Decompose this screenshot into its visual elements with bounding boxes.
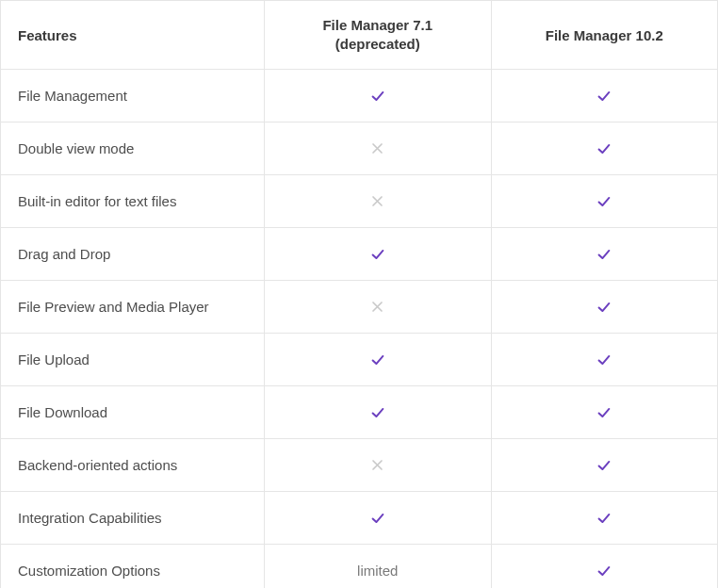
header-col-b: File Manager 10.2: [492, 1, 718, 69]
feature-cell: File Preview and Media Player: [1, 281, 265, 333]
table-row: Built-in editor for text files: [1, 175, 717, 228]
cell-col-b: [492, 175, 718, 227]
table-row: File Management: [1, 70, 717, 122]
table-row: Backend-oriented actions: [1, 439, 717, 492]
check-icon: [369, 88, 386, 105]
check-icon: [369, 351, 386, 368]
cell-col-a: limited: [265, 545, 492, 588]
cell-col-a: [265, 70, 492, 122]
table-row: Double view mode: [1, 122, 717, 175]
feature-label: File Upload: [18, 351, 90, 368]
check-icon: [596, 299, 612, 316]
cell-col-b: [492, 334, 718, 385]
header-features-label: Features: [18, 27, 77, 43]
feature-cell: File Download: [1, 386, 265, 438]
header-col-a: File Manager 7.1 (deprecated): [265, 1, 492, 69]
check-icon: [596, 140, 612, 157]
feature-cell: File Upload: [1, 334, 265, 385]
check-icon: [369, 510, 386, 527]
feature-label: Customization Options: [18, 563, 160, 579]
feature-label: Double view mode: [18, 140, 134, 156]
cell-col-b: [492, 439, 718, 491]
check-icon: [596, 246, 612, 263]
feature-label: Backend-oriented actions: [18, 457, 177, 473]
cell-col-b: [492, 386, 718, 438]
feature-cell: Built-in editor for text files: [1, 175, 265, 227]
cell-col-a: [265, 228, 492, 280]
feature-cell: Drag and Drop: [1, 228, 265, 280]
feature-label: Integration Capabilities: [18, 510, 162, 526]
table-row: File Download: [1, 386, 717, 439]
feature-cell: Integration Capabilities: [1, 492, 265, 544]
feature-cell: File Management: [1, 70, 265, 122]
feature-cell: Double view mode: [1, 122, 265, 174]
table-row: Integration Capabilities: [1, 492, 717, 545]
cell-col-b: [492, 281, 718, 333]
cell-col-a: [265, 122, 492, 174]
feature-label: Built-in editor for text files: [18, 193, 176, 209]
cell-text: limited: [357, 563, 398, 579]
cross-icon: [370, 141, 384, 155]
check-icon: [596, 404, 612, 421]
header-col-a-line1: File Manager 7.1: [322, 16, 432, 35]
header-features: Features: [1, 1, 265, 69]
check-icon: [596, 563, 612, 580]
cell-col-b: [492, 228, 718, 280]
cell-col-b: [492, 492, 718, 544]
cell-col-b: [492, 70, 718, 122]
feature-label: File Download: [18, 404, 107, 420]
table-row: Drag and Drop: [1, 228, 717, 281]
check-icon: [596, 510, 612, 527]
cross-icon: [370, 300, 384, 314]
check-icon: [369, 404, 386, 421]
cell-col-a: [265, 175, 492, 227]
cell-col-a: [265, 492, 492, 544]
check-icon: [596, 88, 612, 105]
feature-cell: Backend-oriented actions: [1, 439, 265, 491]
table-header-row: Features File Manager 7.1 (deprecated) F…: [1, 1, 717, 70]
table-row: File Upload: [1, 334, 717, 386]
header-col-a-line2: (deprecated): [335, 35, 420, 54]
table-row: Customization Optionslimited: [1, 545, 717, 588]
cell-col-b: [492, 545, 718, 588]
check-icon: [596, 457, 612, 474]
check-icon: [596, 351, 612, 368]
cell-col-a: [265, 439, 492, 491]
header-col-b-label: File Manager 10.2: [546, 27, 663, 43]
cross-icon: [370, 458, 384, 472]
feature-cell: Customization Options: [1, 545, 265, 588]
feature-label: File Preview and Media Player: [18, 299, 209, 315]
cell-col-a: [265, 281, 492, 333]
check-icon: [596, 193, 612, 210]
cell-col-a: [265, 334, 492, 385]
feature-label: File Management: [18, 88, 127, 104]
comparison-table: Features File Manager 7.1 (deprecated) F…: [0, 0, 718, 588]
table-row: File Preview and Media Player: [1, 281, 717, 334]
cell-col-a: [265, 386, 492, 438]
check-icon: [369, 246, 386, 263]
cell-col-b: [492, 122, 718, 174]
cross-icon: [370, 194, 384, 208]
feature-label: Drag and Drop: [18, 246, 110, 262]
